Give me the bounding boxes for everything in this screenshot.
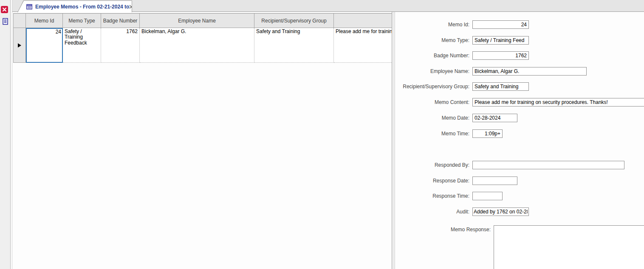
responded-by-label: Responded By: — [395, 162, 469, 168]
cell-recipient-group[interactable]: Safety and Training — [254, 28, 334, 63]
memo-id-label: Memo Id: — [395, 22, 469, 28]
memo-response-textarea[interactable] — [494, 225, 644, 269]
badge-number-input[interactable] — [472, 51, 529, 60]
memo-response-label: Memo Response: — [395, 225, 491, 234]
cell-memo-id[interactable]: 24 — [26, 28, 63, 63]
response-time-input[interactable] — [472, 192, 503, 200]
response-date-label: Response Date: — [395, 178, 469, 184]
pane-splitter[interactable] — [392, 12, 395, 269]
memo-date-input[interactable] — [472, 114, 517, 122]
column-header-employee-name[interactable]: Employee Name — [140, 14, 254, 28]
responded-by-input[interactable] — [472, 161, 624, 169]
memo-content-label: Memo Content: — [395, 99, 469, 105]
datasheet-pane: Memo Id Memo Type Badge Number Employee … — [12, 12, 392, 269]
cell-memo-content[interactable]: Please add me for training — [334, 28, 392, 63]
document-icon — [2, 18, 8, 25]
memo-icon — [26, 3, 33, 10]
tab-title: Employee Memos - From 02-21-2024 to — [35, 4, 129, 10]
cell-employee-name[interactable]: Bickelman, Algar G. — [140, 28, 254, 63]
column-header-memo-id[interactable]: Memo Id — [26, 14, 63, 28]
memo-content-input[interactable] — [472, 98, 644, 106]
employee-name-label: Employee Name: — [395, 68, 469, 74]
content-area: Memo Id Memo Type Badge Number Employee … — [12, 12, 644, 269]
response-date-input[interactable] — [472, 177, 517, 185]
badge-number-label: Badge Number: — [395, 53, 469, 59]
memo-time-input[interactable] — [472, 129, 503, 138]
memo-type-input[interactable] — [472, 36, 529, 45]
response-time-label: Response Time: — [395, 193, 469, 199]
column-header-badge-number[interactable]: Badge Number — [101, 14, 140, 28]
datasheet-header-row: Memo Id Memo Type Badge Number Employee … — [14, 14, 392, 28]
recipient-group-label: Recipient/Supervisory Group: — [395, 84, 469, 90]
employee-name-input[interactable] — [472, 67, 587, 76]
app-window: Employee Memos - From 02-21-2024 to Memo… — [0, 0, 644, 269]
audit-input[interactable] — [472, 207, 529, 216]
recipient-group-input[interactable] — [472, 82, 529, 91]
datasheet: Memo Id Memo Type Badge Number Employee … — [13, 13, 392, 63]
column-header-memo-content[interactable] — [334, 14, 392, 28]
memo-date-label: Memo Date: — [395, 115, 469, 121]
close-button[interactable] — [1, 6, 8, 13]
audit-label: Audit: — [395, 209, 469, 215]
memo-id-input[interactable] — [472, 20, 529, 29]
document-button[interactable] — [2, 17, 9, 25]
cell-badge-number[interactable]: 1762 — [101, 28, 140, 63]
pane-border-line — [12, 0, 12, 269]
memo-type-label: Memo Type: — [395, 37, 469, 43]
record-selector-arrow-icon — [18, 43, 21, 48]
memo-time-label: Memo Time: — [395, 131, 469, 137]
record-selector[interactable] — [14, 28, 26, 63]
column-header-recipient-group[interactable]: Recipient/Supervisory Group — [254, 14, 334, 28]
column-header-memo-type[interactable]: Memo Type — [63, 14, 101, 28]
tab-employee-memos[interactable]: Employee Memos - From 02-21-2024 to — [18, 1, 132, 12]
column-header-selector[interactable] — [14, 14, 26, 28]
close-x-icon — [3, 8, 6, 11]
table-row: 24 Safety / Training Feedback 1762 Bicke… — [14, 28, 392, 63]
form-pane: Memo Id: Memo Type: Badge Number: Employ… — [395, 12, 644, 269]
left-toolbar-strip — [0, 0, 11, 269]
cell-memo-type[interactable]: Safety / Training Feedback — [63, 28, 101, 63]
